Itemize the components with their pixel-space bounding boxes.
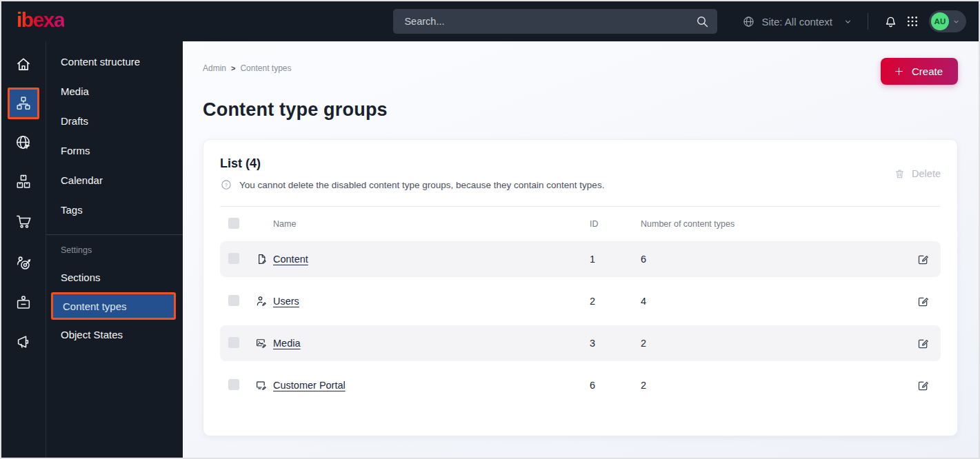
- product-boxes-icon: [14, 173, 32, 191]
- group-link[interactable]: Customer Portal: [273, 380, 346, 391]
- edit-button[interactable]: [917, 337, 930, 350]
- side-menu: Content structure Media Drafts Forms Cal…: [46, 41, 183, 458]
- group-count: 2: [641, 380, 902, 391]
- table-row: Content 1 6: [220, 241, 941, 277]
- topbar-divider: [868, 13, 868, 30]
- sidebar-item-sections[interactable]: Sections: [46, 263, 183, 292]
- create-button-label: Create: [912, 65, 943, 77]
- marketing-megaphone-icon: [14, 333, 32, 351]
- rail-item-marketing[interactable]: [4, 322, 43, 361]
- column-header-count: Number of content types: [641, 219, 902, 229]
- active-rail-highlight: [8, 88, 39, 119]
- column-header-name: Name: [273, 219, 590, 229]
- rail-item-corporate[interactable]: [4, 283, 43, 322]
- media-image-icon: [255, 337, 273, 349]
- rail-item-content-active[interactable]: [4, 83, 43, 123]
- breadcrumb-admin[interactable]: Admin: [203, 63, 226, 73]
- app-switcher-button[interactable]: [901, 10, 923, 33]
- edit-button[interactable]: [917, 253, 930, 266]
- edit-button[interactable]: [917, 379, 930, 392]
- content-file-icon: [255, 253, 273, 265]
- home-icon: [14, 55, 32, 73]
- plus-icon: [894, 66, 904, 76]
- sidebar-item-drafts[interactable]: Drafts: [46, 106, 183, 136]
- sidebar-item-media[interactable]: Media: [46, 76, 183, 106]
- sidebar-item-forms[interactable]: Forms: [46, 136, 183, 165]
- sidebar-item-calendar[interactable]: Calendar: [46, 165, 183, 195]
- list-card-info-text: You cannot delete the disabled content t…: [239, 180, 604, 190]
- user-menu[interactable]: AU: [929, 10, 966, 32]
- create-button[interactable]: Create: [881, 58, 958, 85]
- sidebar-item-content-structure[interactable]: Content structure: [46, 47, 183, 76]
- group-link[interactable]: Media: [273, 338, 301, 349]
- chevron-down-icon: [952, 18, 960, 26]
- row-checkbox[interactable]: [228, 253, 239, 264]
- sidebar-item-content-types[interactable]: Content types: [51, 292, 176, 320]
- customer-portal-monitor-icon: [255, 379, 273, 391]
- column-header-id: ID: [590, 219, 641, 229]
- table-header-row: Name ID Number of content types: [220, 207, 941, 241]
- app-window: ibexa Site: All context: [0, 0, 980, 459]
- corporate-badge-icon: [14, 294, 32, 312]
- content-tree-icon: [15, 95, 32, 112]
- table-row: Users 2 4: [220, 283, 941, 319]
- group-id: 6: [590, 380, 641, 391]
- grid-dots-icon: [906, 15, 919, 28]
- main-content: Admin > Content types Create Content typ…: [183, 41, 979, 458]
- edit-button[interactable]: [917, 295, 930, 308]
- site-globe-cursor-icon: [14, 134, 32, 152]
- delete-button[interactable]: Delete: [894, 168, 941, 180]
- search-icon[interactable]: [695, 14, 709, 31]
- globe-icon: [742, 15, 755, 28]
- group-count: 4: [641, 296, 902, 307]
- icon-rail: [1, 41, 46, 458]
- bell-icon: [883, 14, 898, 29]
- row-checkbox[interactable]: [228, 379, 239, 390]
- group-id: 3: [590, 338, 641, 349]
- customer-segments-target-icon: [14, 254, 32, 272]
- help-circle-icon: ?: [220, 178, 232, 191]
- rail-item-dashboard[interactable]: [4, 44, 43, 83]
- search-input[interactable]: [393, 9, 717, 34]
- topbar: ibexa Site: All context: [1, 1, 979, 41]
- breadcrumb-separator: >: [231, 64, 235, 72]
- group-link[interactable]: Users: [273, 296, 299, 307]
- chevron-down-icon: [843, 17, 852, 26]
- rail-item-products[interactable]: [4, 162, 43, 201]
- notifications-button[interactable]: [879, 10, 901, 33]
- sidebar-item-object-states[interactable]: Object States: [46, 320, 183, 349]
- table-row: Media 3 2: [220, 325, 941, 361]
- page-title: Content type groups: [203, 99, 958, 121]
- sidebar-item-tags[interactable]: Tags: [46, 195, 183, 225]
- users-person-icon: [255, 295, 273, 307]
- trash-icon: [894, 168, 906, 180]
- delete-button-label: Delete: [912, 168, 941, 179]
- shopping-cart-icon: [14, 212, 32, 230]
- group-id: 1: [590, 254, 641, 265]
- content-type-groups-table: Name ID Number of content types: [220, 207, 941, 403]
- group-link[interactable]: Content: [273, 254, 308, 265]
- table-row: Customer Portal 6 2: [220, 367, 941, 403]
- svg-text:?: ?: [225, 182, 228, 188]
- rail-item-site[interactable]: [4, 123, 43, 162]
- rail-item-customers[interactable]: [4, 243, 43, 283]
- row-checkbox[interactable]: [228, 295, 239, 306]
- group-count: 2: [641, 338, 902, 349]
- settings-section-label: Settings: [46, 235, 183, 263]
- row-checkbox[interactable]: [228, 337, 239, 348]
- rail-item-commerce[interactable]: [4, 201, 43, 241]
- ibexa-logo[interactable]: ibexa: [17, 10, 64, 33]
- site-context-selector[interactable]: Site: All context: [742, 15, 852, 28]
- avatar: AU: [931, 12, 949, 30]
- select-all-checkbox[interactable]: [228, 218, 239, 229]
- breadcrumb: Admin > Content types: [203, 58, 292, 73]
- group-id: 2: [590, 296, 641, 307]
- list-card: List (4) ? You cannot delete the disable…: [203, 139, 958, 436]
- site-context-label: Site: All context: [761, 16, 832, 28]
- breadcrumb-content-types[interactable]: Content types: [240, 63, 291, 73]
- list-card-title: List (4): [220, 156, 604, 171]
- global-search: [393, 9, 717, 34]
- group-count: 6: [641, 254, 902, 265]
